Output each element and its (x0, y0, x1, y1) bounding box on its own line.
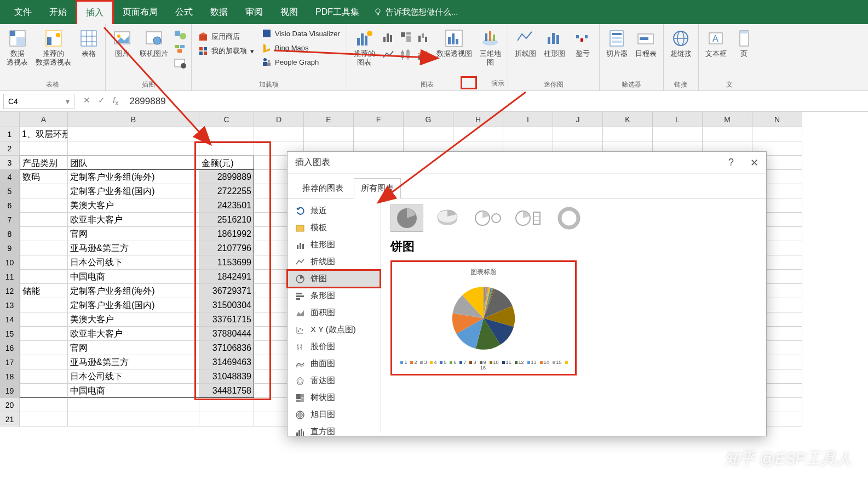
row-header[interactable]: 15 (0, 327, 20, 341)
cell[interactable] (453, 127, 503, 141)
hierarchy-chart-icon[interactable] (398, 30, 413, 45)
cell[interactable]: 欧亚非大客户 (68, 327, 199, 341)
cell[interactable] (553, 127, 603, 141)
chart-category-item[interactable]: 曲面图 (288, 355, 380, 372)
cell[interactable] (20, 327, 68, 341)
col-header[interactable]: J (553, 112, 603, 127)
textbox-button[interactable]: A文本框 (703, 26, 729, 60)
cell[interactable] (199, 141, 254, 156)
cell[interactable] (20, 355, 68, 369)
chart-preview[interactable]: 图表标题 12345678910111213141516 (390, 260, 577, 375)
cell[interactable]: 34481758 (199, 384, 254, 398)
cell[interactable]: 美澳大客户 (68, 198, 199, 213)
cell[interactable]: 中国电商 (68, 384, 199, 398)
select-all-corner[interactable] (0, 112, 20, 127)
combo-chart-icon[interactable] (416, 47, 431, 62)
cell[interactable] (653, 127, 703, 141)
cell[interactable]: 33761715 (199, 312, 254, 327)
cell[interactable]: 亚马逊&第三方 (68, 355, 199, 369)
dialog-tab-all[interactable]: 所有图表 (354, 178, 401, 199)
cell[interactable] (68, 398, 199, 412)
cell[interactable]: 定制客户业务组(海外) (68, 284, 199, 298)
cell[interactable]: 团队 (68, 156, 199, 170)
cell[interactable]: 欧亚非大客户 (68, 213, 199, 227)
smartart-icon[interactable] (174, 43, 187, 55)
fx-icon[interactable]: fx (113, 95, 118, 107)
chart-category-item[interactable]: 模板 (288, 219, 380, 236)
cell[interactable] (199, 412, 254, 426)
pivot-chart-button[interactable]: 数据透视图 (434, 26, 474, 60)
cell[interactable]: 美澳大客户 (68, 312, 199, 327)
my-addins-button[interactable]: 我的加载项 ▾ (196, 45, 256, 57)
chart-category-item[interactable]: 直方图 (288, 423, 380, 440)
chart-category-item[interactable]: 旭日图 (288, 406, 380, 423)
name-box[interactable]: C4▾ (3, 94, 74, 109)
row-header[interactable]: 6 (0, 198, 20, 213)
online-picture-button[interactable]: 联机图片 (137, 26, 170, 60)
people-graph-button[interactable]: People Graph (260, 56, 342, 68)
cell[interactable]: 亚马逊&第三方 (68, 241, 199, 255)
table-button[interactable]: 表格 (77, 26, 101, 60)
cell[interactable] (20, 255, 68, 270)
cell[interactable] (20, 412, 68, 426)
close-icon[interactable]: ✕ (750, 157, 758, 169)
line-chart-icon[interactable] (381, 47, 396, 62)
cell[interactable] (199, 127, 254, 141)
shapes-icon[interactable] (174, 29, 187, 41)
pie-subtype-3d[interactable] (431, 204, 464, 232)
cell[interactable] (703, 127, 752, 141)
store-button[interactable]: 应用商店 (196, 31, 256, 43)
row-header[interactable]: 16 (0, 341, 20, 355)
hyperlink-button[interactable]: 超链接 (668, 26, 694, 60)
sparkline-winloss-button[interactable]: 盈亏 (571, 26, 595, 60)
row-header[interactable]: 1 (0, 127, 20, 141)
sparkline-column-button[interactable]: 柱形图 (542, 26, 567, 60)
pivot-table-button[interactable]: 数据透视表 (4, 26, 30, 69)
chart-category-item[interactable]: 柱形图 (288, 236, 380, 253)
row-header[interactable]: 3 (0, 156, 20, 170)
cell[interactable]: 2423501 (199, 198, 254, 213)
row-header[interactable]: 9 (0, 241, 20, 255)
cell[interactable] (603, 127, 653, 141)
chart-category-item[interactable]: X Y (散点图) (288, 321, 380, 338)
row-header[interactable]: 20 (0, 398, 20, 412)
tab-formulas[interactable]: 公式 (166, 1, 202, 24)
screenshot-icon[interactable] (174, 57, 187, 69)
cell[interactable] (199, 398, 254, 412)
row-header[interactable]: 12 (0, 284, 20, 298)
col-header[interactable]: E (304, 112, 354, 127)
cell[interactable] (20, 369, 68, 384)
tab-pdf[interactable]: PDF工具集 (307, 1, 368, 24)
dialog-tab-recommended[interactable]: 推荐的图表 (295, 178, 350, 198)
cell[interactable]: 产品类别 (20, 156, 68, 170)
col-header[interactable]: D (254, 112, 304, 127)
cell[interactable] (20, 213, 68, 227)
cell[interactable]: 1842491 (199, 270, 254, 284)
cell[interactable] (354, 127, 404, 141)
chart-category-item[interactable]: 股价图 (288, 338, 380, 355)
cell[interactable]: 2107796 (199, 241, 254, 255)
cell[interactable]: 中国电商 (68, 270, 199, 284)
cell[interactable] (20, 184, 68, 198)
cell[interactable]: 2899889 (199, 170, 254, 184)
chart-category-item[interactable]: 条形图 (288, 287, 380, 304)
pie-subtype-pie-of-pie[interactable] (472, 204, 504, 232)
cell[interactable] (68, 127, 199, 141)
cell[interactable] (20, 141, 68, 156)
cell[interactable] (68, 412, 199, 426)
row-header[interactable]: 2 (0, 141, 20, 156)
3d-map-button[interactable]: 三维地图 (478, 26, 503, 69)
row-header[interactable]: 10 (0, 255, 20, 270)
recommended-pivot-button[interactable]: 推荐的数据透视表 (33, 26, 73, 69)
row-header[interactable]: 19 (0, 384, 20, 398)
chart-category-item[interactable]: 雷达图 (288, 372, 380, 389)
cell[interactable]: 官网 (68, 341, 199, 355)
cell[interactable]: 37106836 (199, 341, 254, 355)
col-header[interactable]: H (453, 112, 503, 127)
row-header[interactable]: 18 (0, 369, 20, 384)
cell[interactable] (68, 141, 199, 156)
cell[interactable] (20, 227, 68, 241)
waterfall-chart-icon[interactable] (416, 30, 431, 45)
tab-data[interactable]: 数据 (202, 1, 237, 24)
row-header[interactable]: 8 (0, 227, 20, 241)
